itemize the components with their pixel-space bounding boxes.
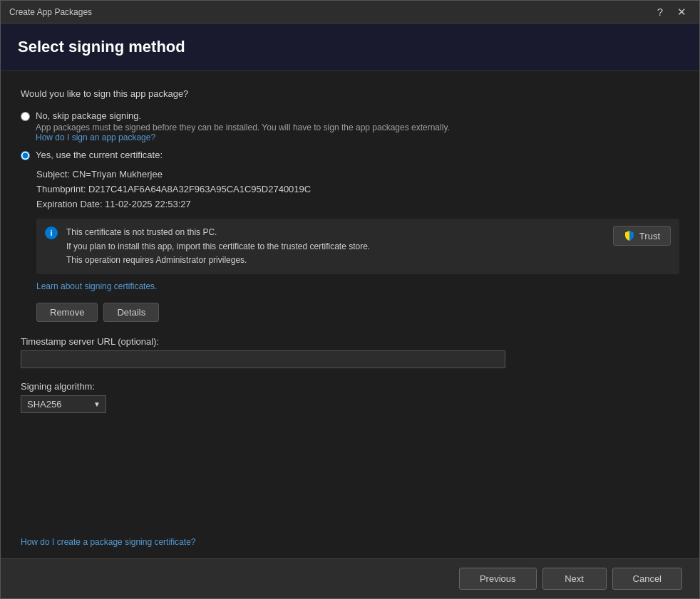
learn-signing-link[interactable]: Learn about signing certificates. <box>36 281 679 291</box>
signing-algo-select[interactable]: SHA256 SHA1 <box>21 395 106 413</box>
titlebar: Create App Packages ? ✕ <box>1 1 699 24</box>
footer: Previous Next Cancel <box>1 558 699 598</box>
trust-message: This certificate is not trusted on this … <box>66 226 604 267</box>
question-text: Would you like to sign this app package? <box>21 88 679 99</box>
signing-label: Signing algorithm: <box>21 381 679 392</box>
content-area: Would you like to sign this app package?… <box>1 71 699 536</box>
radio-yes-input[interactable] <box>21 151 30 160</box>
radio-no-label[interactable]: No, skip package signing. <box>36 110 450 121</box>
how-to-sign-link[interactable]: How do I sign an app package? <box>36 132 450 142</box>
shield-icon <box>624 230 635 241</box>
cancel-button[interactable]: Cancel <box>612 568 682 590</box>
info-icon: i <box>45 226 58 239</box>
create-cert-link[interactable]: How do I create a package signing certif… <box>21 537 195 547</box>
cert-action-buttons: Remove Details <box>36 303 679 322</box>
trust-box: i This certificate is not trusted on thi… <box>36 219 679 274</box>
trust-button[interactable]: Trust <box>613 226 671 246</box>
titlebar-controls: ? ✕ <box>653 5 691 19</box>
radio-yes-option: Yes, use the current certificate: <box>21 150 679 160</box>
timestamp-section: Timestamp server URL (optional): <box>21 336 679 368</box>
cert-expiration: Expiration Date: 11-02-2025 22:53:27 <box>36 197 679 212</box>
bottom-link-area: How do I create a package signing certif… <box>1 536 699 558</box>
trust-line3: This operation requires Administrator pr… <box>66 255 247 265</box>
header-section: Select signing method <box>1 24 699 71</box>
signing-select-wrapper: SHA256 SHA1 ▼ <box>21 395 106 413</box>
trust-button-label: Trust <box>639 231 660 241</box>
help-button[interactable]: ? <box>653 5 667 19</box>
radio-yes-label[interactable]: Yes, use the current certificate: <box>36 150 163 160</box>
radio-no-label-block: No, skip package signing. App packages m… <box>36 110 450 142</box>
dialog-title: Create App Packages <box>9 7 92 17</box>
next-button[interactable]: Next <box>542 568 607 590</box>
page-title: Select signing method <box>18 38 682 56</box>
details-button[interactable]: Details <box>103 303 159 322</box>
trust-line2: If you plan to install this app, import … <box>66 241 370 251</box>
radio-no-input[interactable] <box>21 112 30 121</box>
remove-button[interactable]: Remove <box>36 303 98 322</box>
timestamp-label: Timestamp server URL (optional): <box>21 336 679 347</box>
trust-line1: This certificate is not trusted on this … <box>66 227 217 237</box>
radio-no-option: No, skip package signing. App packages m… <box>21 110 679 142</box>
close-button[interactable]: ✕ <box>673 5 691 19</box>
dialog: Create App Packages ? ✕ Select signing m… <box>0 0 700 599</box>
cert-details: Subject: CN=Triyan Mukherjee Thumbprint:… <box>36 167 679 212</box>
signing-algo-section: Signing algorithm: SHA256 SHA1 ▼ <box>21 381 679 413</box>
cert-thumbprint: Thumbprint: D217C41AF6A64A8A32F963A95CA1… <box>36 182 679 197</box>
previous-button[interactable]: Previous <box>459 568 537 590</box>
cert-subject: Subject: CN=Triyan Mukherjee <box>36 167 679 182</box>
timestamp-input[interactable] <box>21 350 505 368</box>
radio-no-description: App packages must be signed before they … <box>36 123 450 132</box>
